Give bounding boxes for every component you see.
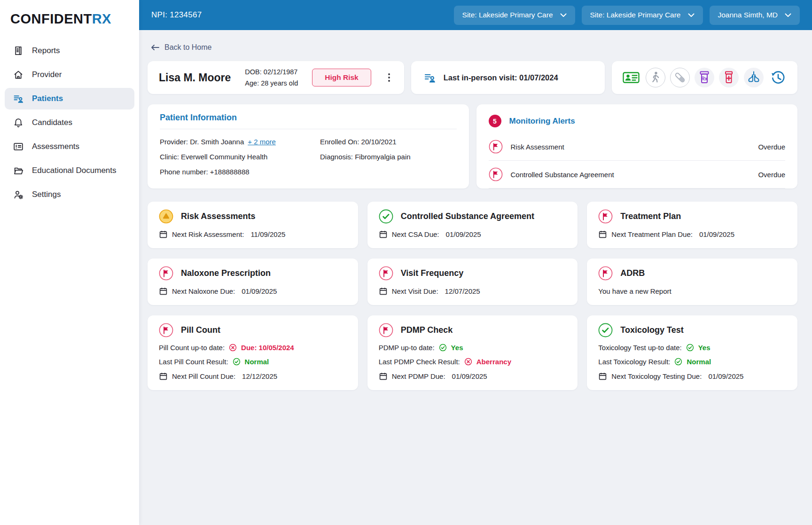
status-value: Yes [451, 344, 463, 352]
due-label: Next Visit Due: [392, 287, 438, 295]
patient-information-right-column: Enrolled On: 20/10/2021 Diagnosis: Fibro… [320, 138, 411, 176]
flag-circle-icon [598, 266, 613, 281]
naloxone-prescription-card[interactable]: Naloxone Prescription Next Naloxone Due:… [148, 259, 358, 305]
due-row: Next Pill Count Due: 12/12/2025 [159, 372, 347, 381]
calendar-icon [598, 372, 607, 381]
treatment-plan-card[interactable]: Treatment Plan Next Treatment Plan Due: … [587, 202, 797, 248]
home-icon [13, 69, 24, 80]
rx-bottle-button[interactable]: Rx [695, 68, 714, 87]
diagnosis-value: Diagnosis: Fibromyalgia pain [320, 153, 411, 161]
alert-row-risk-assessment[interactable]: Risk Assessment Overdue [489, 133, 786, 161]
controlled-substance-agreement-card[interactable]: Controlled Substance Agreement Next CSA … [367, 202, 578, 248]
card-title: Naloxone Prescription [181, 268, 271, 278]
card-header: Risk Assessments [159, 209, 347, 224]
due-value: 01/09/2025 [708, 372, 743, 380]
sidebar-item-label: Reports [32, 46, 60, 55]
patient-summary-card: Lisa M. Moore DOB: 02/12/1987 Age: 28 ye… [148, 61, 404, 94]
sidebar-item-candidates[interactable]: Candidates [5, 112, 134, 133]
rx-bottle-icon: Rx [695, 68, 714, 87]
provider-more-link[interactable]: + 2 more [248, 138, 276, 146]
pdmp-check-card[interactable]: PDMP Check PDMP up-to date: Yes Last PDM… [367, 315, 578, 390]
sidebar-menu: Reports Provider Patients Candidates Ass… [0, 40, 139, 205]
due-row: Next Toxicology Testing Due: 01/09/2025 [598, 372, 786, 381]
pill-count-card[interactable]: Pill Count Pill Count up-to date: Due: 1… [148, 315, 358, 390]
sidebar-item-label: Candidates [32, 118, 72, 127]
risk-badge: High Risk [312, 69, 371, 86]
visit-frequency-card[interactable]: Visit Frequency Next Visit Due: 12/07/20… [367, 259, 578, 305]
card-title: Controlled Substance Agreement [401, 212, 534, 221]
sidebar-item-educational-documents[interactable]: Educational Documents [5, 160, 134, 181]
site-selector-2[interactable]: Site: Lakeside Primary Care [582, 6, 703, 25]
due-label: Next Naloxone Due: [172, 287, 235, 295]
back-to-home-link[interactable]: Back to Home [150, 43, 211, 52]
patients-icon [423, 71, 436, 84]
adrb-card[interactable]: ADRB You have a new Report [587, 259, 797, 305]
user-menu[interactable]: Joanna Simth, MD [710, 6, 800, 25]
due-label: Next PDMP Due: [392, 372, 445, 380]
alert-label: Risk Assessment [511, 143, 564, 151]
lungs-icon [744, 68, 763, 87]
sidebar-item-assessments[interactable]: Assessments [5, 136, 134, 157]
alert-status: Overdue [758, 143, 785, 151]
sidebar-item-patients[interactable]: Patients [5, 88, 134, 110]
svg-text:Rx: Rx [702, 76, 708, 81]
status-row: Last Pill Count Result: Normal [159, 358, 347, 366]
calendar-icon [598, 230, 607, 239]
patient-information-title: Patient Information [160, 113, 457, 129]
patient-information-card: Patient Information Provider: Dr. Smith … [148, 104, 469, 188]
due-label: Next Toxicology Testing Due: [611, 372, 702, 380]
risk-assessments-card[interactable]: Risk Assessments Next Risk Assessment: 1… [148, 202, 358, 248]
alert-row-controlled-substance-agreement[interactable]: Controlled Substance Agreement Overdue [489, 161, 786, 188]
sidebar-item-provider[interactable]: Provider [5, 64, 134, 86]
sidebar-item-label: Settings [32, 190, 61, 199]
history-button[interactable] [768, 68, 788, 87]
npi-label: NPI: 1234567 [151, 10, 202, 20]
due-value: 01/09/2025 [446, 230, 481, 238]
alert-status: Overdue [758, 171, 785, 179]
sidebar-item-label: Patients [32, 94, 63, 103]
calendar-icon [159, 372, 168, 381]
status-row: PDMP up-to date: Yes [379, 344, 567, 352]
due-value: 01/09/2025 [452, 372, 487, 380]
medication-button[interactable] [670, 68, 690, 87]
lungs-button[interactable] [744, 68, 764, 87]
check-circle-icon [233, 358, 241, 366]
sidebar: ConfidentRX Reports Provider Patients Ca… [0, 0, 139, 525]
monitoring-cards-grid: Risk Assessments Next Risk Assessment: 1… [148, 202, 797, 390]
card-title: Visit Frequency [401, 268, 464, 278]
status-value: Due: 10/05/2024 [241, 344, 294, 352]
site-selector-2-label: Site: Lakeside Primary Care [590, 11, 681, 19]
site-selector-1[interactable]: Site: Lakeside Primary Care [454, 6, 575, 25]
quick-actions-card: Rx [612, 61, 797, 94]
id-card-icon [622, 68, 640, 87]
status-row: Last Toxicology Result: Normal [598, 358, 786, 366]
due-value: 01/09/2025 [699, 230, 734, 238]
provider-line: Provider: Dr. Smith Joanna + 2 more [160, 138, 320, 146]
activity-button[interactable] [646, 68, 665, 87]
due-value: 01/09/2025 [242, 287, 277, 295]
brand-part1: Confident [10, 11, 92, 26]
id-card-button[interactable] [621, 68, 641, 87]
medicine-bottle-button[interactable] [719, 68, 739, 87]
sidebar-item-label: Provider [32, 70, 62, 79]
due-row: Next Visit Due: 12/07/2025 [379, 287, 567, 296]
status-value: Yes [698, 344, 710, 352]
brand-part2: RX [92, 11, 111, 26]
sidebar-item-settings[interactable]: Settings [5, 184, 134, 205]
flag-circle-icon [159, 323, 173, 337]
chevron-down-icon [785, 13, 791, 17]
flag-circle-icon [489, 167, 503, 181]
bell-icon [13, 117, 24, 128]
card-header: Naloxone Prescription [159, 266, 347, 281]
flag-circle-icon [159, 266, 173, 281]
page-content: Back to Home Lisa M. Moore DOB: 02/12/19… [139, 30, 812, 525]
card-header: Controlled Substance Agreement [379, 209, 567, 224]
toxicology-test-card[interactable]: Toxicology Test Toxicology Test up-to da… [587, 315, 797, 390]
card-header: Visit Frequency [379, 266, 567, 281]
provider-value: Provider: Dr. Smith Joanna [160, 138, 244, 146]
patient-menu-button[interactable] [385, 71, 393, 84]
status-label: Toxicology Test up-to date: [598, 344, 681, 352]
calendar-icon [159, 287, 168, 296]
sidebar-item-reports[interactable]: Reports [5, 40, 134, 62]
status-value: Aberrancy [476, 358, 511, 366]
